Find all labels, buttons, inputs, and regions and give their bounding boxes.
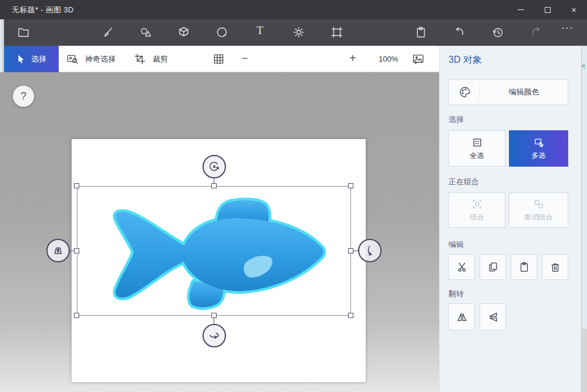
- push-pull-depth-handle[interactable]: [46, 239, 70, 262]
- zoom-level-value: 100%: [379, 46, 398, 72]
- maximize-button[interactable]: [534, 0, 561, 19]
- rotate-z-handle[interactable]: [203, 155, 226, 178]
- selection-box[interactable]: [77, 186, 351, 316]
- minimize-button[interactable]: [508, 0, 534, 19]
- magic-select-label[interactable]: 神奇选择: [85, 46, 116, 72]
- main-toolbar: T ···: [0, 19, 587, 46]
- resize-handle-nw[interactable]: [74, 183, 79, 188]
- multi-select-icon: [533, 137, 545, 148]
- edit-colors-label: 编辑颜色: [480, 87, 568, 97]
- select-section-label: 选择: [448, 114, 464, 125]
- image-fit-caret-icon[interactable]: ▾: [414, 60, 417, 66]
- select-all-button[interactable]: 全选: [448, 130, 505, 167]
- flip-horizontal-button[interactable]: [448, 303, 475, 330]
- help-icon: ?: [21, 90, 26, 103]
- resize-handle-se[interactable]: [348, 313, 353, 318]
- flip-section-label: 翻转: [448, 289, 464, 299]
- text-tool-icon[interactable]: T: [257, 24, 264, 37]
- magic-select-icon[interactable]: [66, 53, 79, 65]
- trash-icon: [549, 261, 561, 273]
- group-button[interactable]: 组合: [448, 192, 505, 228]
- select-all-label: 全选: [470, 151, 484, 161]
- group-label: 组合: [470, 212, 484, 222]
- paint3d-window: 无标题* - 画图 3D × T: [0, 0, 587, 392]
- flip-horizontal-icon: [456, 311, 468, 323]
- effects-icon[interactable]: [292, 26, 305, 39]
- delete-button[interactable]: [542, 254, 568, 280]
- copy-button[interactable]: [480, 254, 506, 280]
- window-controls: ×: [508, 0, 587, 19]
- rotate-x-handle[interactable]: [203, 324, 226, 347]
- brushes-icon[interactable]: [101, 26, 114, 39]
- window-title: 无标题* - 画图 3D: [12, 0, 73, 19]
- resize-handle-w[interactable]: [74, 248, 79, 254]
- zoom-in-button[interactable]: +: [349, 46, 356, 71]
- maximize-icon: [545, 7, 551, 13]
- stickers-icon[interactable]: [215, 26, 228, 39]
- group-icon: [471, 198, 483, 210]
- ungroup-label: 取消组合: [525, 212, 553, 222]
- history-icon[interactable]: [491, 26, 504, 39]
- 3d-shapes-icon[interactable]: [177, 26, 190, 39]
- select-tool-label: 选择: [31, 54, 46, 65]
- zoom-out-button[interactable]: −: [241, 46, 248, 71]
- canvas-area[interactable]: ?: [0, 72, 439, 392]
- resize-handle-e[interactable]: [348, 248, 353, 254]
- copy-icon: [487, 261, 499, 273]
- rotate-x-icon: [208, 329, 221, 342]
- crop-label[interactable]: 裁剪: [153, 46, 168, 72]
- grouping-section-label: 正在组合: [448, 177, 479, 187]
- grid-icon[interactable]: [212, 53, 225, 65]
- paste-button[interactable]: [511, 254, 537, 280]
- crop-icon[interactable]: [134, 53, 146, 65]
- edit-colors-button[interactable]: 编辑颜色: [448, 79, 568, 105]
- close-button[interactable]: ×: [561, 0, 587, 19]
- close-icon: ×: [571, 5, 576, 15]
- depth-icon: [52, 244, 65, 257]
- multi-select-button[interactable]: 多选: [509, 130, 568, 167]
- minimize-icon: [518, 9, 524, 10]
- titlebar: 无标题* - 画图 3D ×: [0, 0, 587, 19]
- undo-icon[interactable]: [453, 26, 466, 39]
- edit-section-label: 编辑: [448, 239, 464, 250]
- cursor-icon: [15, 53, 26, 65]
- rotate-z-icon: [208, 160, 221, 173]
- panel-title: 3D 对象: [448, 54, 482, 66]
- window-right-edge: 片: [581, 46, 587, 392]
- resize-handle-n[interactable]: [211, 183, 217, 188]
- paste-icon[interactable]: [414, 26, 427, 39]
- 3d-object-panel: 3D 对象 编辑颜色 选择 全选 多选 正在组合 组合 取消组合 编辑: [439, 46, 581, 392]
- select-all-icon: [471, 137, 483, 148]
- paste-panel-icon: [518, 261, 530, 273]
- multi-select-label: 多选: [532, 151, 546, 161]
- redo-icon[interactable]: [529, 26, 542, 39]
- rotate-y-handle[interactable]: [358, 239, 382, 262]
- more-options-icon[interactable]: ···: [561, 22, 573, 34]
- 2d-shapes-icon[interactable]: [139, 26, 152, 39]
- tool-options-bar: 选择 神奇选择 裁剪 − + 100% ▾: [0, 46, 439, 72]
- flip-vertical-button[interactable]: [480, 303, 506, 330]
- background-text-fragment: 片: [581, 62, 586, 71]
- flip-vertical-icon: [487, 311, 499, 323]
- menu-folder-icon[interactable]: [17, 26, 30, 39]
- rotate-y-icon: [363, 244, 376, 257]
- cut-icon: [456, 261, 468, 273]
- palette-icon: [458, 86, 471, 99]
- ungroup-button[interactable]: 取消组合: [509, 192, 568, 228]
- select-tool-button[interactable]: 选择: [4, 46, 59, 72]
- resize-handle-sw[interactable]: [74, 313, 79, 318]
- help-button[interactable]: ?: [13, 86, 34, 107]
- edge-lower-block: [582, 329, 587, 392]
- canvas-icon[interactable]: [330, 26, 343, 39]
- resize-handle-s[interactable]: [211, 313, 217, 318]
- cut-button[interactable]: [448, 254, 475, 280]
- ungroup-icon: [533, 198, 545, 210]
- resize-handle-ne[interactable]: [348, 183, 353, 188]
